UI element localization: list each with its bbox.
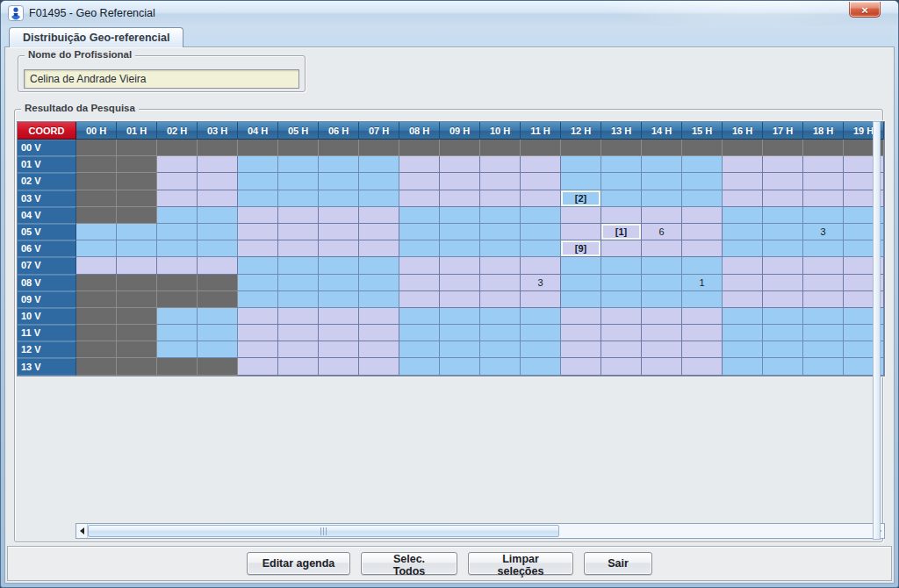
grid-cell[interactable] bbox=[803, 358, 844, 375]
grid-cell[interactable] bbox=[561, 291, 601, 308]
grid-cell[interactable] bbox=[642, 207, 682, 224]
grid-cell[interactable] bbox=[198, 358, 238, 375]
grid-cell[interactable] bbox=[763, 325, 803, 341]
grid-cell[interactable] bbox=[117, 291, 157, 308]
grid-cell[interactable] bbox=[278, 275, 319, 291]
grid-cell[interactable] bbox=[117, 224, 157, 240]
grid-cell[interactable] bbox=[601, 358, 642, 375]
grid-cell[interactable] bbox=[440, 140, 480, 156]
grid-cell[interactable] bbox=[238, 207, 278, 224]
grid-cell[interactable] bbox=[278, 173, 319, 190]
grid-cell[interactable] bbox=[723, 173, 763, 190]
grid-cell[interactable] bbox=[561, 275, 601, 291]
grid-cell[interactable] bbox=[359, 275, 399, 291]
grid-cell[interactable] bbox=[601, 308, 642, 325]
grid-cell[interactable] bbox=[642, 308, 682, 325]
grid-cell[interactable] bbox=[76, 275, 117, 291]
grid-cell[interactable] bbox=[480, 257, 521, 274]
grid-cell[interactable] bbox=[198, 140, 238, 156]
grid-cell[interactable] bbox=[238, 140, 278, 156]
grid-cell[interactable] bbox=[117, 275, 157, 291]
grid-cell[interactable] bbox=[359, 224, 399, 240]
grid-cell[interactable] bbox=[682, 341, 723, 358]
limpar-selecoes-button[interactable]: Limpar seleções bbox=[468, 552, 573, 575]
column-header[interactable]: 01 H bbox=[117, 122, 157, 140]
grid-cell[interactable]: 3 bbox=[521, 275, 561, 291]
grid-cell[interactable] bbox=[319, 358, 359, 375]
grid-cell[interactable] bbox=[682, 240, 723, 257]
grid-cell[interactable] bbox=[76, 156, 117, 173]
grid-cell[interactable] bbox=[76, 207, 117, 224]
grid-cell[interactable] bbox=[76, 308, 117, 325]
grid-cell[interactable] bbox=[723, 341, 763, 358]
grid-cell[interactable] bbox=[642, 275, 682, 291]
grid-cell[interactable] bbox=[803, 325, 844, 341]
column-header[interactable]: 00 H bbox=[76, 122, 117, 140]
grid-cell[interactable] bbox=[601, 275, 642, 291]
grid-cell[interactable] bbox=[723, 275, 763, 291]
grid-cell[interactable] bbox=[642, 173, 682, 190]
grid-cell[interactable] bbox=[521, 173, 561, 190]
grid-cell[interactable] bbox=[278, 291, 319, 308]
grid-cell[interactable] bbox=[480, 275, 521, 291]
sair-button[interactable]: Sair bbox=[584, 552, 652, 575]
grid-cell[interactable] bbox=[117, 240, 157, 257]
vertical-scrollbar[interactable] bbox=[873, 121, 881, 540]
grid-cell[interactable] bbox=[763, 291, 803, 308]
grid-cell[interactable] bbox=[117, 341, 157, 358]
grid-cell[interactable] bbox=[440, 173, 480, 190]
grid-cell[interactable]: 6 bbox=[642, 224, 682, 240]
grid-cell[interactable] bbox=[399, 140, 440, 156]
grid-cell[interactable] bbox=[763, 341, 803, 358]
grid-cell[interactable] bbox=[521, 240, 561, 257]
grid-cell[interactable] bbox=[642, 257, 682, 274]
grid-cell[interactable] bbox=[359, 240, 399, 257]
grid-cell[interactable] bbox=[198, 308, 238, 325]
grid-cell[interactable] bbox=[642, 156, 682, 173]
horizontal-scroll-thumb[interactable] bbox=[88, 525, 559, 537]
grid-cell[interactable] bbox=[561, 224, 601, 240]
grid-cell[interactable] bbox=[480, 341, 521, 358]
grid-cell[interactable] bbox=[238, 325, 278, 341]
column-header[interactable]: 03 H bbox=[198, 122, 238, 140]
grid-cell[interactable] bbox=[117, 308, 157, 325]
grid-cell[interactable] bbox=[561, 257, 601, 274]
grid-cell[interactable] bbox=[561, 325, 601, 341]
grid-cell[interactable] bbox=[682, 207, 723, 224]
grid-cell[interactable] bbox=[198, 240, 238, 257]
tab-distribuicao-geo-referencial[interactable]: Distribuição Geo-referencial bbox=[9, 27, 183, 47]
column-header[interactable]: 15 H bbox=[682, 122, 723, 140]
grid-cell[interactable] bbox=[238, 156, 278, 173]
grid-cell[interactable] bbox=[723, 257, 763, 274]
grid-cell[interactable] bbox=[278, 140, 319, 156]
grid-cell[interactable] bbox=[480, 325, 521, 341]
grid-cell[interactable] bbox=[521, 224, 561, 240]
grid-cell[interactable] bbox=[763, 358, 803, 375]
grid-cell[interactable] bbox=[198, 275, 238, 291]
grid-cell[interactable] bbox=[76, 325, 117, 341]
grid-cell[interactable] bbox=[561, 358, 601, 375]
grid-cell[interactable] bbox=[399, 325, 440, 341]
row-header[interactable]: 12 V bbox=[18, 341, 76, 358]
grid-cell[interactable] bbox=[763, 173, 803, 190]
grid-cell[interactable] bbox=[157, 275, 198, 291]
grid-cell[interactable] bbox=[803, 257, 844, 274]
grid-cell[interactable] bbox=[157, 156, 198, 173]
grid-cell[interactable] bbox=[157, 358, 198, 375]
grid-cell[interactable] bbox=[359, 341, 399, 358]
grid-cell[interactable] bbox=[319, 257, 359, 274]
grid-cell[interactable] bbox=[359, 156, 399, 173]
grid-cell[interactable] bbox=[763, 207, 803, 224]
grid-cell[interactable] bbox=[117, 173, 157, 190]
grid-cell[interactable] bbox=[440, 156, 480, 173]
grid-cell[interactable] bbox=[803, 291, 844, 308]
column-header[interactable]: 10 H bbox=[480, 122, 521, 140]
grid-cell[interactable] bbox=[198, 341, 238, 358]
grid-cell[interactable] bbox=[480, 140, 521, 156]
column-header[interactable]: 18 H bbox=[803, 122, 844, 140]
row-header[interactable]: 01 V bbox=[18, 156, 76, 173]
grid-cell[interactable]: [9] bbox=[561, 240, 601, 257]
column-header[interactable]: 12 H bbox=[561, 122, 601, 140]
grid-cell[interactable] bbox=[723, 308, 763, 325]
grid-cell[interactable] bbox=[117, 156, 157, 173]
